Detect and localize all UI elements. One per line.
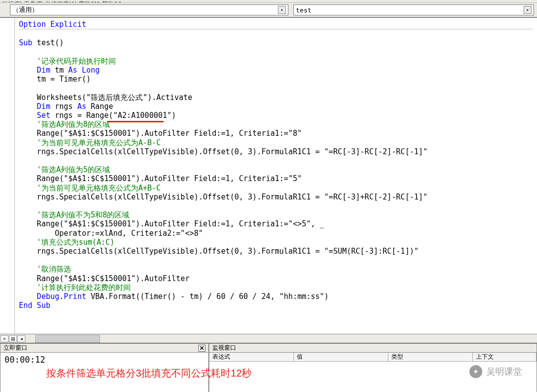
immediate-window-titlebar: 立即窗口 ✕ — [0, 344, 208, 353]
immediate-window-body[interactable]: 00:00:12 按条件筛选单元格分3批填充不同公式耗时12秒 — [0, 353, 208, 392]
immediate-window[interactable]: 立即窗口 ✕ 00:00:12 按条件筛选单元格分3批填充不同公式耗时12秒 — [0, 343, 209, 392]
watch-window-title: 监视窗口 — [212, 344, 236, 352]
chevron-down-icon[interactable]: ▾ — [524, 6, 532, 14]
procedure-view-icon[interactable]: ≡ — [0, 335, 8, 342]
watermark: ✦ 吴明课堂 — [469, 365, 522, 378]
scrollbar-thumb[interactable] — [35, 335, 100, 343]
procedure-selector-row: （通用） ▾ test ▾ — [0, 3, 537, 17]
code-text-area[interactable]: Option Explicit Sub test() '记录代码开始执行时间 D… — [15, 18, 537, 334]
annotation-text: 按条件筛选单元格分3批填充不同公式耗时12秒 — [46, 367, 252, 380]
watch-headers-row: 表达式 值 类型 上下文 — [209, 353, 537, 362]
horizontal-scrollbar[interactable] — [27, 335, 537, 343]
object-dropdown[interactable]: （通用） ▾ — [10, 4, 288, 15]
watermark-text: 吴明课堂 — [486, 366, 522, 378]
watch-header-type[interactable]: 类型 — [388, 353, 473, 361]
immediate-window-title: 立即窗口 — [3, 344, 27, 352]
wechat-icon: ✦ — [469, 365, 482, 378]
watch-window-titlebar: 监视窗口 — [209, 344, 537, 353]
red-underline-annotation — [108, 121, 164, 122]
lower-panes: 立即窗口 ✕ 00:00:12 按条件筛选单元格分3批填充不同公式耗时12秒 监… — [0, 343, 537, 392]
full-module-view-icon[interactable]: ▤ — [9, 335, 17, 342]
editor-bottom-bar: ≡ ▤ ◂ — [0, 334, 537, 343]
procedure-dropdown-value: test — [296, 6, 311, 14]
code-editor[interactable]: Option Explicit Sub test() '记录代码开始执行时间 D… — [0, 17, 537, 334]
code-margin — [0, 18, 15, 334]
procedure-dropdown[interactable]: test ▾ — [293, 4, 534, 15]
left-arrow-icon[interactable]: ◂ — [17, 335, 25, 342]
watch-header-context[interactable]: 上下文 — [473, 353, 537, 361]
close-icon[interactable]: ✕ — [198, 345, 205, 352]
immediate-output-line: 00:00:12 — [4, 355, 45, 365]
watch-header-value[interactable]: 值 — [294, 353, 388, 361]
chevron-down-icon[interactable]: ▾ — [278, 6, 286, 14]
object-dropdown-value: （通用） — [12, 5, 38, 14]
watch-header-expression[interactable]: 表达式 — [209, 353, 294, 361]
